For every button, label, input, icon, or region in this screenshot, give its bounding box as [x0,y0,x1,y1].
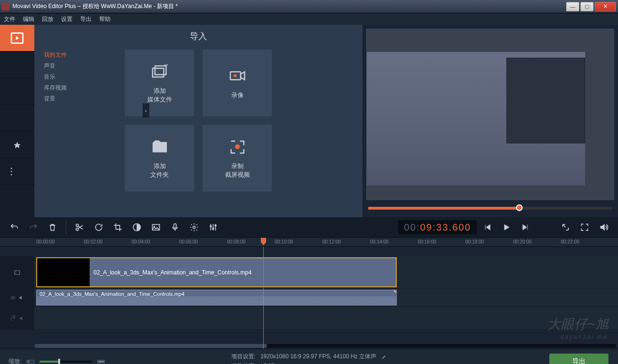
mic-button[interactable] [166,220,184,235]
menu-file[interactable]: 文件 [4,15,15,23]
sidebar [0,25,34,217]
video-track: 02_A_look_a_3ds_Max's_Animation_and_Time… [0,256,618,289]
play-button[interactable] [498,220,515,235]
image-icon [151,222,161,232]
video-clip[interactable]: 02_A_look_a_3ds_Max's_Animation_and_Time… [36,257,397,287]
export-button[interactable]: 导出 [549,354,608,364]
delete-button[interactable] [44,220,61,235]
clip-properties-button[interactable] [185,220,203,235]
import-tiles: 添加媒体文件 录像 添加文件夹 录制截屏视频 [125,50,272,192]
next-frame-button[interactable] [517,220,534,235]
svg-rect-9 [153,68,164,77]
linked-audio-track-head[interactable] [0,289,34,306]
tile-record-screen[interactable]: 录制截屏视频 [203,125,272,192]
menu-edit[interactable]: 编辑 [23,15,34,23]
linked-audio-track: 02_A_look_a_3ds_Max's_Animation_and_Time… [0,289,618,307]
audio-track-head[interactable] [0,307,34,329]
tile-record-video-label: 录像 [231,91,244,100]
svg-point-6 [11,168,12,169]
category-sounds[interactable]: 声音 [44,61,106,71]
ruler-tick: 00:00:00 [36,239,55,244]
audio-clip-handle[interactable] [394,290,397,293]
linked-audio-track-body[interactable]: 02_A_look_a_3ds_Max's_Animation_and_Time… [34,289,618,306]
category-my-files[interactable]: 我的文件 [44,50,106,61]
zoom-label: 缩放: [9,357,21,364]
zoom-out-icon[interactable] [26,359,35,364]
prev-frame-button[interactable] [479,220,496,235]
ruler-tick: 00:22:00 [561,239,579,244]
close-button[interactable]: ✕ [595,2,616,11]
playhead-marker[interactable] [261,238,266,245]
speaker-icon [599,222,608,232]
image-button[interactable] [147,220,165,235]
ruler-tick: 00:16:00 [418,239,436,244]
audio-track-body[interactable] [34,307,618,329]
menu-settings[interactable]: 设置 [61,15,72,23]
zoom-slider[interactable] [40,361,92,363]
fullscreen-button[interactable] [576,220,593,235]
video-track-body[interactable]: 02_A_look_a_3ds_Max's_Animation_and_Time… [34,256,618,288]
maximize-button[interactable]: ▢ [580,2,594,11]
import-icon [10,30,25,46]
speaker-small-icon [18,294,25,302]
sidebar-titles[interactable] [0,105,34,131]
audio-clip[interactable]: 02_A_look_a_3ds_Max's_Animation_and_Time… [36,290,397,305]
svg-point-12 [233,74,237,78]
timeline-scrollbar[interactable] [34,344,616,348]
ruler-tick: 00:14:00 [370,239,389,244]
equalizer-button[interactable] [205,220,222,235]
menu-export[interactable]: 导出 [80,15,92,23]
video-track-icon [13,269,21,276]
svg-point-8 [11,174,12,175]
sidebar-import[interactable] [0,25,34,51]
video-track-head[interactable] [0,256,34,288]
audio-track [0,307,618,330]
wand-icon [10,57,25,72]
detach-button[interactable] [557,220,574,235]
undo-button[interactable] [6,220,23,235]
timeline: 02_A_look_a_3ds_Max's_Animation_and_Time… [0,247,618,349]
minimize-button[interactable]: — [566,2,579,11]
collapse-handle[interactable]: ‹ [143,103,149,118]
folder-icon [150,137,169,156]
timeline-scrollbar-thumb[interactable] [34,344,267,348]
category-stock-video[interactable]: 库存视频 [44,82,106,93]
preview-video[interactable] [366,29,614,200]
svg-marker-1 [16,36,19,40]
svg-rect-23 [215,225,216,226]
svg-rect-3 [18,88,23,95]
menu-help[interactable]: 帮助 [99,15,111,23]
zoom-in-icon[interactable] [97,359,105,364]
color-button[interactable] [128,220,145,235]
import-categories: 我的文件 声音 音乐 库存视频 背景 [44,50,106,192]
pencil-icon[interactable] [381,354,387,360]
sidebar-filters[interactable] [0,51,34,78]
category-backgrounds[interactable]: 背景 [44,93,106,104]
project-length-value: 15:07 [260,363,275,364]
video-clip-thumbnail [37,258,90,286]
ruler-tick: 00:20:00 [513,239,532,244]
sidebar-more[interactable] [0,158,34,185]
preview-progress-thumb[interactable] [516,204,523,211]
svg-point-27 [15,273,16,274]
timeline-ruler[interactable]: 00:00:00 00:02:00 00:04:00 00:06:00 00:0… [0,237,618,247]
menu-playback[interactable]: 回放 [42,15,53,23]
rotate-button[interactable] [90,220,107,235]
zoom-slider-thumb[interactable] [58,359,60,364]
cut-button[interactable] [71,220,88,235]
sidebar-transitions[interactable] [0,78,34,105]
timecode-ms: 600 [453,222,471,233]
preview-progress-slider[interactable] [368,207,612,210]
playhead-line[interactable] [263,247,264,349]
crop-button[interactable] [109,220,126,235]
category-music[interactable]: 音乐 [44,71,106,82]
sidebar-stickers[interactable] [0,131,34,158]
redo-button[interactable] [25,220,42,235]
tile-record-video[interactable]: 录像 [203,50,272,116]
svg-point-25 [15,271,16,271]
ruler-tick: 00:12:00 [322,239,341,244]
volume-button[interactable] [595,220,612,235]
tile-add-folder[interactable]: 添加文件夹 [125,125,194,192]
svg-rect-31 [28,361,30,362]
tile-add-media[interactable]: 添加媒体文件 [125,50,194,116]
